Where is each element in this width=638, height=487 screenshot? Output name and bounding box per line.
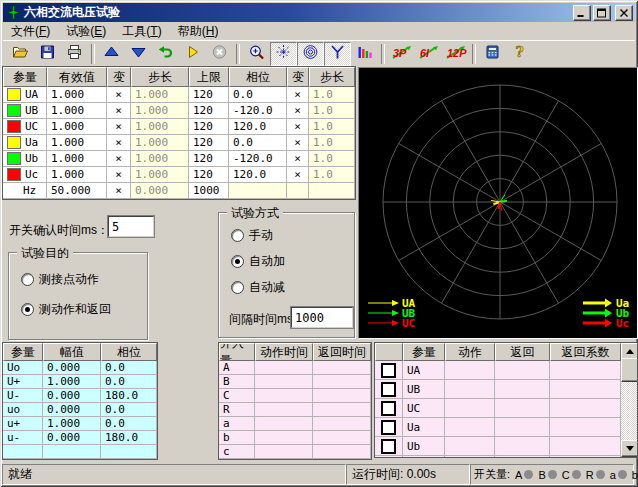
value-cell[interactable]: 1.000 [47, 151, 107, 167]
limit-cell[interactable]: 120 [189, 167, 229, 183]
radio-selected[interactable] [231, 255, 244, 268]
toolbar-button-mode-12p[interactable]: 12P [442, 42, 469, 66]
toolbar-button-concentric-circles[interactable] [297, 42, 324, 66]
vary-cell[interactable]: × [287, 151, 309, 167]
vary-cell[interactable]: × [107, 119, 131, 135]
param-cell[interactable]: UC [3, 119, 47, 135]
toolbar-button-print[interactable] [61, 42, 88, 66]
vary-cell[interactable]: × [287, 87, 309, 103]
action-table-scrollbar[interactable] [621, 343, 637, 457]
phase-cell[interactable]: 0.0 [229, 135, 287, 151]
param-cell[interactable]: Uc [3, 167, 47, 183]
scroll-thumb[interactable] [621, 358, 638, 382]
limit-cell[interactable]: 120 [189, 151, 229, 167]
checkbox[interactable] [381, 401, 396, 416]
phase-cell[interactable] [229, 183, 287, 199]
vary-cell[interactable]: × [107, 167, 131, 183]
toolbar-button-open-folder[interactable] [7, 42, 34, 66]
mode-option[interactable]: 手动 [231, 227, 273, 244]
check-cell[interactable] [375, 399, 403, 418]
toolbar-button-star-rays[interactable] [270, 42, 297, 66]
maximize-button[interactable] [593, 5, 611, 21]
toolbar-button-raise-output[interactable] [98, 42, 125, 66]
step-cell[interactable]: 1.0 [309, 135, 355, 151]
value-cell[interactable]: 50.000 [47, 183, 107, 199]
step-cell[interactable]: 1.000 [131, 103, 189, 119]
toolbar-button-calculator[interactable] [479, 42, 506, 66]
param-cell[interactable]: Hz [3, 183, 47, 199]
toolbar-button-undo[interactable] [152, 42, 179, 66]
toolbar-button-lower-output[interactable] [125, 42, 152, 66]
step-cell[interactable]: 1.0 [309, 167, 355, 183]
toolbar-button-zoom[interactable] [243, 42, 270, 66]
vary-cell[interactable]: × [287, 119, 309, 135]
param-cell[interactable]: UB [3, 103, 47, 119]
phase-cell[interactable]: 0.0 [229, 87, 287, 103]
toolbar-button-bar-chart[interactable] [351, 42, 378, 66]
toolbar-button-save[interactable] [34, 42, 61, 66]
menu-item-tools[interactable]: 工具(T) [114, 22, 169, 41]
vary-cell[interactable] [287, 183, 309, 199]
minimize-button[interactable] [573, 5, 591, 21]
check-cell[interactable] [375, 437, 403, 456]
limit-cell[interactable]: 120 [189, 135, 229, 151]
value-cell[interactable]: 1.000 [47, 167, 107, 183]
param-cell[interactable]: Ua [3, 135, 47, 151]
param-cell[interactable]: UA [3, 87, 47, 103]
toolbar-button-mode-3p[interactable]: 3P [388, 42, 415, 66]
step-cell[interactable] [309, 183, 355, 199]
step-cell[interactable]: 1.000 [131, 87, 189, 103]
step-cell[interactable]: 1.0 [309, 87, 355, 103]
limit-cell[interactable]: 120 [189, 87, 229, 103]
limit-cell[interactable]: 1000 [189, 183, 229, 199]
step-cell[interactable]: 1.000 [131, 135, 189, 151]
scroll-down-button[interactable] [621, 440, 638, 457]
phase-cell[interactable]: 120.0 [229, 167, 287, 183]
value-cell[interactable]: 1.000 [47, 103, 107, 119]
phase-cell[interactable]: -120.0 [229, 103, 287, 119]
check-cell[interactable] [375, 380, 403, 399]
mode-option[interactable]: 自动加 [231, 253, 285, 270]
checkbox[interactable] [381, 439, 396, 454]
value-cell[interactable]: 1.000 [47, 135, 107, 151]
checkbox[interactable] [381, 382, 396, 397]
radio-unselected[interactable] [231, 229, 244, 242]
checkbox[interactable] [381, 420, 396, 435]
menu-item-help[interactable]: 帮助(H) [170, 22, 227, 41]
phase-cell[interactable]: -120.0 [229, 151, 287, 167]
radio-unselected[interactable] [21, 273, 34, 286]
interval-input[interactable]: 1000 [291, 307, 353, 328]
radio-selected[interactable] [21, 303, 34, 316]
vary-cell[interactable]: × [107, 103, 131, 119]
vary-cell[interactable]: × [107, 87, 131, 103]
value-cell[interactable]: 1.000 [47, 119, 107, 135]
phase-cell[interactable]: 120.0 [229, 119, 287, 135]
vary-cell[interactable]: × [287, 135, 309, 151]
step-cell[interactable]: 1.0 [309, 119, 355, 135]
step-cell[interactable]: 1.000 [131, 119, 189, 135]
menu-item-test[interactable]: 试验(E) [58, 22, 114, 41]
step-cell[interactable]: 1.000 [131, 151, 189, 167]
step-cell[interactable]: 1.0 [309, 151, 355, 167]
vary-cell[interactable]: × [287, 167, 309, 183]
step-cell[interactable]: 1.000 [131, 167, 189, 183]
limit-cell[interactable]: 120 [189, 119, 229, 135]
step-cell[interactable]: 0.000 [131, 183, 189, 199]
toolbar-button-mode-6i[interactable]: 6I [415, 42, 442, 66]
check-cell[interactable] [375, 361, 403, 380]
radio-unselected[interactable] [231, 281, 244, 294]
step-cell[interactable]: 1.0 [309, 103, 355, 119]
toolbar-button-start-test[interactable] [179, 42, 206, 66]
value-cell[interactable]: 1.000 [47, 87, 107, 103]
vary-cell[interactable]: × [107, 183, 131, 199]
vary-cell[interactable]: × [287, 103, 309, 119]
purpose-option[interactable]: 测接点动作 [21, 271, 99, 288]
vary-cell[interactable]: × [107, 135, 131, 151]
purpose-option[interactable]: 测动作和返回 [21, 301, 111, 318]
vary-cell[interactable]: × [107, 151, 131, 167]
switch-confirm-input[interactable]: 5 [108, 216, 154, 237]
toolbar-button-help[interactable]: ? [506, 42, 533, 66]
close-button[interactable] [615, 5, 633, 21]
toolbar-button-y-vector[interactable] [324, 42, 351, 66]
checkbox[interactable] [381, 363, 396, 378]
